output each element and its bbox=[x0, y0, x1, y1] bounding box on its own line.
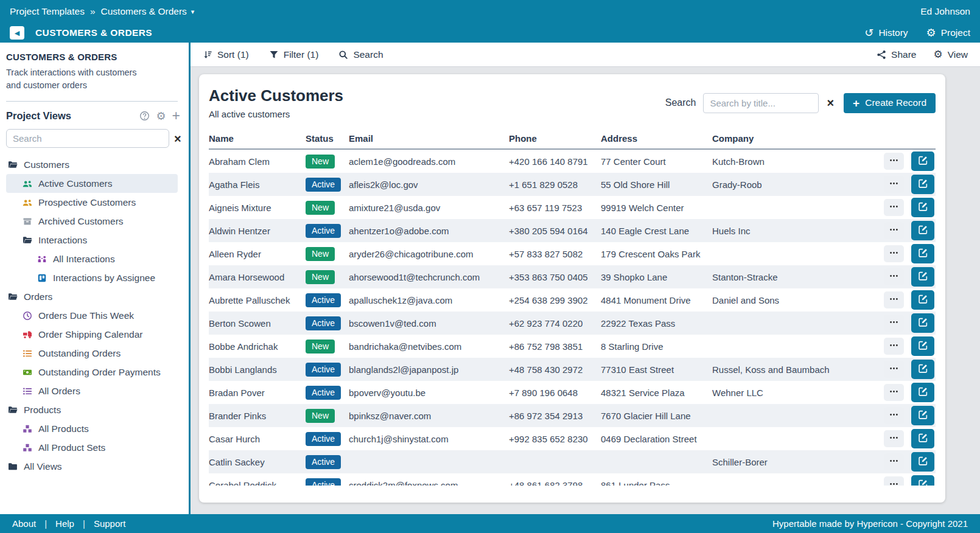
record-search-input[interactable] bbox=[703, 93, 819, 113]
row-edit-button[interactable] bbox=[911, 383, 934, 402]
row-edit-button[interactable] bbox=[911, 360, 934, 379]
search-button[interactable]: Search bbox=[338, 49, 383, 60]
row-edit-button[interactable] bbox=[911, 152, 934, 171]
sidebar-item-active-customers[interactable]: Active Customers bbox=[6, 174, 178, 193]
sidebar-item-all-orders[interactable]: All Orders bbox=[6, 381, 178, 400]
gear-icon[interactable]: ⚙ bbox=[156, 111, 166, 122]
status-badge: Active bbox=[306, 386, 341, 400]
row-menu-button[interactable] bbox=[884, 315, 904, 332]
sidebar-item-outstanding-order-payments[interactable]: Outstanding Order Payments bbox=[6, 363, 178, 381]
row-menu-button[interactable] bbox=[884, 176, 904, 193]
gear-icon: ⚙ bbox=[926, 27, 936, 38]
cell-phone: +86 972 354 2913 bbox=[509, 411, 601, 421]
row-menu-button[interactable] bbox=[884, 430, 904, 447]
row-edit-button[interactable] bbox=[911, 267, 934, 287]
history-button[interactable]: ↺ History bbox=[864, 27, 908, 38]
row-edit-button[interactable] bbox=[911, 290, 934, 310]
view-settings-button[interactable]: ⚙ View bbox=[933, 49, 968, 60]
footer-link-support[interactable]: Support bbox=[94, 518, 126, 529]
help-circle-icon[interactable] bbox=[139, 111, 150, 121]
project-title-bar: ◀ CUSTOMERS & ORDERS ↺ History ⚙ Project bbox=[0, 23, 980, 43]
cell-address: 8 Starling Drive bbox=[601, 341, 712, 352]
table-row: Agatha FleisActiveafleis2k@loc.gov+1 651… bbox=[209, 173, 936, 196]
back-button[interactable]: ◀ bbox=[10, 26, 24, 40]
clear-x-icon[interactable]: × bbox=[174, 133, 181, 145]
row-menu-button[interactable] bbox=[884, 245, 904, 262]
footer-link-help[interactable]: Help bbox=[55, 518, 74, 529]
ellipsis-icon bbox=[889, 479, 899, 486]
sidebar-item-archived-customers[interactable]: Archived Customers bbox=[6, 212, 178, 231]
caret-down-icon[interactable]: ▾ bbox=[191, 8, 195, 16]
row-edit-button[interactable] bbox=[911, 452, 934, 472]
row-menu-button[interactable] bbox=[884, 199, 904, 216]
sidebar-item-all-product-sets[interactable]: All Product Sets bbox=[6, 438, 178, 457]
sidebar-item-all-products[interactable]: All Products bbox=[6, 419, 178, 438]
row-menu-button[interactable] bbox=[884, 384, 904, 401]
sidebar-item-interactions[interactable]: Interactions bbox=[6, 231, 178, 249]
footer-separator: | bbox=[83, 518, 85, 529]
create-record-button[interactable]: + Create Record bbox=[844, 93, 936, 113]
table-header-row: NameStatusEmailPhoneAddressCompany bbox=[209, 128, 936, 150]
sort-button[interactable]: Sort (1) bbox=[203, 49, 249, 60]
status-badge: Active bbox=[306, 363, 341, 377]
cell-email: bpoverv@youtu.be bbox=[349, 388, 509, 398]
user-name[interactable]: Ed Johnson bbox=[920, 6, 970, 17]
sidebar-item-products[interactable]: Products bbox=[6, 400, 178, 419]
sidebar-item-prospective-customers[interactable]: Prospective Customers bbox=[6, 193, 178, 212]
row-edit-button[interactable] bbox=[911, 336, 934, 356]
cell-company: Daniel and Sons bbox=[712, 295, 875, 305]
plus-icon[interactable]: + bbox=[172, 111, 180, 121]
cell-company: Stanton-Stracke bbox=[712, 272, 875, 282]
project-settings-button[interactable]: ⚙ Project bbox=[926, 27, 970, 38]
sidebar-item-orders[interactable]: Orders bbox=[6, 287, 178, 306]
status-badge: New bbox=[306, 340, 335, 354]
sidebar-item-interactions-by-assignee[interactable]: Interactions by Assignee bbox=[6, 268, 178, 287]
ellipsis-icon bbox=[889, 155, 899, 167]
view-card: Active Customers All active customers Se… bbox=[199, 74, 945, 503]
share-icon bbox=[877, 50, 886, 60]
table-body: Abraham ClemNewaclem1e@goodreads.com+420… bbox=[209, 150, 936, 486]
sidebar-item-orders-due-this-week[interactable]: Orders Due This Week bbox=[6, 306, 178, 325]
sidebar-item-all-interactions[interactable]: All Interactions bbox=[6, 249, 178, 268]
row-edit-button[interactable] bbox=[911, 313, 934, 333]
row-menu-button[interactable] bbox=[884, 268, 904, 285]
status-badge: Active bbox=[306, 432, 341, 446]
sidebar-title: CUSTOMERS & ORDERS bbox=[6, 52, 183, 62]
row-edit-button[interactable] bbox=[911, 475, 934, 486]
cell-address: 48321 Service Plaza bbox=[601, 388, 712, 398]
cell-phone: +7 890 196 0648 bbox=[509, 388, 601, 398]
clear-x-icon[interactable]: × bbox=[827, 97, 834, 109]
row-edit-button[interactable] bbox=[911, 175, 934, 194]
cell-company: Russel, Koss and Baumbach bbox=[712, 364, 875, 375]
edit-pencil-square-icon bbox=[918, 178, 928, 190]
row-edit-button[interactable] bbox=[911, 244, 934, 263]
footer-bar: About|Help|Support Hypertable made by Hy… bbox=[0, 514, 980, 533]
table-row: Abraham ClemNewaclem1e@goodreads.com+420… bbox=[209, 150, 936, 173]
row-menu-button[interactable] bbox=[884, 453, 904, 470]
footer-link-about[interactable]: About bbox=[12, 518, 36, 529]
row-menu-button[interactable] bbox=[884, 222, 904, 239]
row-menu-button[interactable] bbox=[884, 407, 904, 424]
filter-button[interactable]: Filter (1) bbox=[269, 49, 319, 60]
row-edit-button[interactable] bbox=[911, 198, 934, 217]
sidebar-search-input[interactable] bbox=[6, 129, 169, 148]
share-button[interactable]: Share bbox=[877, 49, 916, 60]
row-menu-button[interactable] bbox=[884, 338, 904, 355]
sidebar-item-order-shipping-calendar[interactable]: Order Shipping Calendar bbox=[6, 325, 178, 344]
row-edit-button[interactable] bbox=[911, 221, 934, 240]
sidebar-item-customers[interactable]: Customers bbox=[6, 155, 178, 174]
sidebar-item-label: Orders bbox=[24, 291, 52, 302]
status-badge: Active bbox=[306, 316, 341, 330]
row-menu-button[interactable] bbox=[884, 361, 904, 378]
sidebar-item-outstanding-orders[interactable]: Outstanding Orders bbox=[6, 344, 178, 363]
sidebar-item-all-views[interactable]: All Views bbox=[6, 457, 178, 476]
row-menu-button[interactable] bbox=[884, 291, 904, 308]
row-menu-button[interactable] bbox=[884, 153, 904, 170]
row-edit-button[interactable] bbox=[911, 429, 934, 448]
people-icon bbox=[37, 254, 47, 264]
cell-address: 99919 Welch Center bbox=[601, 203, 712, 213]
row-menu-button[interactable] bbox=[884, 476, 904, 486]
breadcrumb-root[interactable]: Project Templates bbox=[10, 6, 85, 17]
row-edit-button[interactable] bbox=[911, 406, 934, 425]
breadcrumb-current[interactable]: Customers & Orders bbox=[101, 6, 187, 17]
